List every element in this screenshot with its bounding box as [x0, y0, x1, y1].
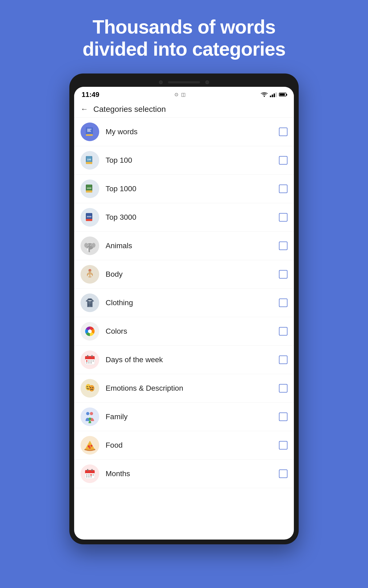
category-checkbox[interactable]	[279, 213, 287, 222]
category-checkbox[interactable]	[279, 469, 287, 478]
svg-rect-60	[86, 474, 87, 476]
category-checkbox[interactable]	[279, 356, 287, 364]
svg-point-25	[91, 245, 91, 246]
clothing-icon	[81, 293, 99, 312]
status-icons-left: ⊙ ◫	[174, 92, 186, 97]
category-checkbox[interactable]	[279, 299, 287, 307]
category-label: Top 100	[106, 156, 279, 165]
list-item[interactable]: Months	[74, 460, 294, 488]
category-checkbox[interactable]	[279, 413, 287, 421]
category-label: Colors	[106, 327, 279, 336]
svg-point-44	[87, 386, 88, 387]
svg-rect-36	[86, 360, 87, 362]
category-checkbox[interactable]	[279, 242, 287, 250]
svg-rect-35	[91, 355, 93, 357]
back-button[interactable]: ←	[81, 105, 88, 113]
phone-screen: 11:49 ⊙ ◫	[74, 87, 294, 540]
svg-rect-9	[86, 162, 92, 164]
svg-rect-57	[85, 472, 95, 473]
category-label: My words	[106, 128, 279, 136]
hero-title: Thousands of words divided into categori…	[61, 0, 307, 74]
phone-top-bar	[74, 78, 294, 87]
svg-text:100: 100	[87, 158, 91, 161]
svg-rect-34	[87, 355, 88, 357]
category-checkbox[interactable]	[279, 270, 287, 279]
svg-rect-65	[88, 476, 90, 477]
category-checkbox[interactable]	[279, 156, 287, 165]
svg-point-24	[88, 245, 89, 246]
svg-point-50	[90, 412, 93, 415]
svg-rect-66	[90, 476, 92, 477]
list-item[interactable]: 1000 Top 1000	[74, 175, 294, 203]
category-checkbox[interactable]	[279, 384, 287, 393]
svg-text:1000: 1000	[87, 187, 91, 189]
status-time: 11:49	[82, 91, 99, 99]
svg-rect-58	[87, 469, 88, 471]
list-item[interactable]: Food	[74, 431, 294, 460]
top100-icon: 100	[81, 151, 99, 170]
app-header: ← Categories selection	[74, 101, 294, 118]
category-checkbox[interactable]	[279, 327, 287, 336]
top1000-icon: 1000	[81, 179, 99, 198]
list-item[interactable]: My words	[74, 118, 294, 146]
svg-rect-61	[88, 474, 90, 476]
signal-icon	[270, 92, 277, 97]
list-item[interactable]: Body	[74, 260, 294, 289]
body-icon	[81, 265, 99, 284]
svg-rect-41	[88, 362, 90, 364]
emotions-icon	[81, 379, 99, 398]
category-label: Emotions & Description	[106, 384, 279, 393]
colors-icon	[81, 322, 99, 341]
svg-rect-62	[90, 474, 92, 476]
my-words-icon	[81, 123, 99, 141]
svg-rect-64	[86, 476, 87, 477]
list-item[interactable]: Days of the week	[74, 346, 294, 374]
category-label: Months	[106, 469, 279, 478]
svg-point-54	[89, 447, 91, 449]
list-item[interactable]: 3000 Top 3000	[74, 203, 294, 232]
svg-point-48	[92, 387, 93, 388]
svg-rect-4	[87, 129, 91, 129]
category-label: Family	[106, 413, 279, 421]
svg-text:3000: 3000	[87, 215, 91, 218]
family-icon	[81, 407, 99, 426]
list-item[interactable]: Family	[74, 403, 294, 431]
svg-rect-37	[88, 360, 90, 362]
category-label: Food	[106, 441, 279, 450]
category-label: Animals	[106, 242, 279, 250]
list-item[interactable]: 100 Top 100	[74, 146, 294, 175]
page-title: Categories selection	[93, 105, 166, 114]
category-label: Body	[106, 270, 279, 279]
list-item[interactable]: Clothing	[74, 289, 294, 317]
food-icon	[81, 436, 99, 455]
animals-icon	[81, 236, 99, 255]
category-label: Days of the week	[106, 356, 279, 364]
phone-speaker	[168, 81, 200, 83]
category-checkbox[interactable]	[279, 128, 287, 136]
wifi-icon	[261, 92, 268, 97]
category-checkbox[interactable]	[279, 185, 287, 193]
category-label: Top 1000	[106, 185, 279, 193]
list-item[interactable]: Emotions & Description	[74, 374, 294, 403]
svg-point-0	[264, 96, 265, 97]
svg-point-21	[92, 243, 95, 248]
svg-rect-39	[93, 360, 94, 362]
category-label: Top 3000	[106, 213, 279, 222]
list-item[interactable]: Colors	[74, 317, 294, 346]
svg-point-46	[89, 385, 94, 391]
svg-rect-40	[86, 362, 87, 364]
category-list: My words 100 Top 100	[74, 118, 294, 488]
top3000-icon: 3000	[81, 208, 99, 227]
status-bar: 11:49 ⊙ ◫	[74, 87, 294, 101]
svg-point-20	[84, 243, 88, 248]
phone-camera	[159, 80, 163, 84]
battery-icon	[279, 93, 286, 96]
category-checkbox[interactable]	[279, 441, 287, 450]
svg-rect-38	[90, 360, 92, 362]
svg-rect-13	[86, 190, 92, 193]
list-item[interactable]: Animals	[74, 232, 294, 260]
svg-rect-42	[90, 362, 92, 364]
svg-rect-33	[85, 358, 95, 359]
svg-point-47	[90, 387, 91, 388]
svg-rect-59	[91, 469, 93, 471]
